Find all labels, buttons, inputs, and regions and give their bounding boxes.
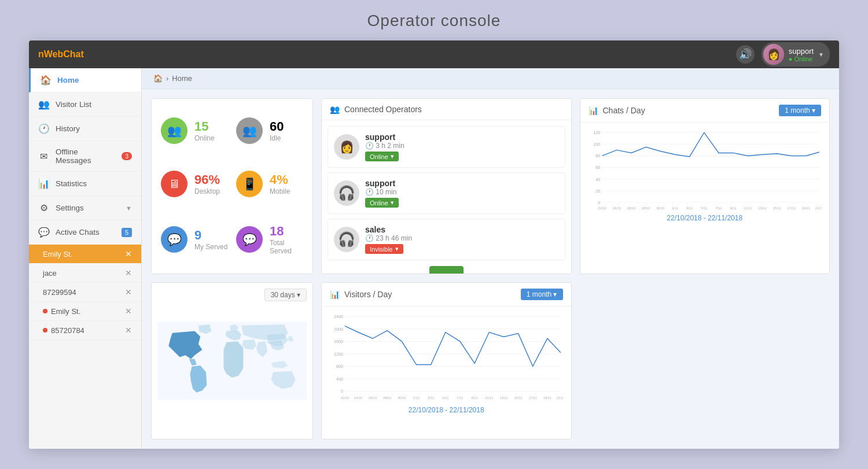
- message-icon: ✉: [38, 151, 50, 162]
- settings-icon: ⚙: [38, 202, 50, 213]
- chats-chart-header: 📊 Chats / Day 1 month ▾: [580, 99, 830, 123]
- sidebar-item-visitor-list[interactable]: 👥 Visitor List: [29, 93, 141, 117]
- chat-item-jace[interactable]: jace ✕: [29, 264, 141, 283]
- chat-label: Emily St.: [43, 250, 72, 258]
- svg-text:22/10: 22/10: [598, 206, 606, 210]
- sidebar-item-statistics[interactable]: 📊 Statistics: [29, 172, 141, 196]
- sidebar: 🏠 Home 👥 Visitor List 🕐 History ✉ Offlin…: [29, 68, 142, 449]
- svg-text:2000: 2000: [334, 327, 343, 332]
- svg-text:5/11: 5/11: [701, 206, 707, 210]
- close-chat-btn[interactable]: ✕: [125, 249, 132, 258]
- svg-text:30/10: 30/10: [656, 206, 664, 210]
- visitor-icon: 👥: [38, 99, 50, 110]
- chat-icon: 💬: [38, 227, 50, 238]
- svg-text:3/11: 3/11: [428, 396, 434, 400]
- breadcrumb-separator: ›: [166, 74, 168, 83]
- svg-text:1200: 1200: [334, 352, 343, 357]
- stat-label-online: Online: [194, 134, 215, 142]
- visitors-chart-filter[interactable]: 1 month ▾: [521, 289, 563, 300]
- map-filter[interactable]: 30 days ▾: [264, 289, 307, 301]
- sidebar-item-offline-messages[interactable]: ✉ Offline Messages 3: [29, 141, 141, 172]
- stat-icon-myserved: 💬: [161, 226, 187, 253]
- page-title: Operator console: [367, 12, 501, 30]
- chat-item-emily-1[interactable]: Emily St. ✕: [29, 245, 141, 264]
- chats-chart-panel: 📊 Chats / Day 1 month ▾ 120 100 80 60 40: [580, 98, 830, 274]
- stat-online: 👥 15 Online: [161, 108, 228, 153]
- chat-item-87299594[interactable]: 87299594 ✕: [29, 283, 141, 302]
- svg-text:22/10: 22/10: [341, 396, 349, 400]
- chat-label: Emily St.: [51, 307, 80, 316]
- svg-text:120: 120: [593, 131, 600, 135]
- visitors-chart-body: 2400 2000 1600 1200 800 400 0: [322, 306, 571, 423]
- chats-chart-filter[interactable]: 1 month ▾: [779, 105, 821, 116]
- stat-value-desktop: 96%: [194, 172, 220, 187]
- home-icon: 🏠: [40, 75, 52, 86]
- sidebar-label-offline: Offline Messages: [56, 147, 116, 165]
- svg-text:17/11: 17/11: [787, 206, 795, 210]
- sidebar-item-home[interactable]: 🏠 Home: [29, 68, 141, 93]
- close-chat-btn[interactable]: ✕: [125, 268, 132, 278]
- sound-icon[interactable]: 🔊: [736, 45, 755, 64]
- user-info[interactable]: 👩 support ● Online ▼: [762, 42, 830, 67]
- operators-panel-body: 👩 support 🕐 3 h 2 min Online ▾ 🎧: [322, 120, 571, 274]
- svg-text:19/11: 19/11: [543, 396, 551, 400]
- operators-title: Connected Operators: [344, 105, 422, 114]
- map-panel: 30 days ▾: [151, 282, 313, 440]
- history-icon: 🕐: [38, 123, 50, 134]
- red-dot: [43, 328, 47, 333]
- stat-value-idle: 60: [270, 119, 284, 134]
- stat-icon-online: 👥: [161, 117, 187, 144]
- op-status-online[interactable]: Online ▾: [365, 152, 399, 161]
- stat-label-desktop: Desktop: [194, 187, 220, 195]
- breadcrumb-current: Home: [172, 74, 192, 83]
- app-logo: nWebChat: [38, 49, 84, 60]
- operators-panel: 👥 Connected Operators 👩 support 🕐 3 h 2 …: [321, 98, 572, 274]
- svg-text:2400: 2400: [334, 315, 343, 319]
- close-chat-btn[interactable]: ✕: [125, 287, 132, 297]
- svg-text:9/11: 9/11: [472, 396, 478, 400]
- svg-text:7/11: 7/11: [457, 396, 463, 400]
- svg-text:24/10: 24/10: [612, 206, 620, 210]
- operator-support-1: 👩 support 🕐 3 h 2 min Online ▾: [328, 126, 565, 168]
- operators-panel-header: 👥 Connected Operators: [322, 99, 571, 120]
- active-chats-badge: 5: [122, 228, 132, 237]
- op-avatar-support1: 👩: [334, 134, 359, 160]
- sidebar-label-settings: Settings: [56, 204, 84, 212]
- op-status-invisible[interactable]: Invisible ▾: [365, 244, 403, 254]
- svg-text:800: 800: [336, 364, 343, 369]
- stat-icon-totalserved: 💬: [236, 226, 263, 253]
- sidebar-item-history[interactable]: 🕐 History: [29, 117, 141, 141]
- user-name: support: [789, 47, 814, 56]
- svg-text:17/11: 17/11: [529, 396, 537, 400]
- offline-badge: 3: [122, 152, 132, 160]
- sidebar-label-home: Home: [57, 76, 79, 84]
- svg-text:28/10: 28/10: [383, 396, 391, 400]
- user-dropdown-arrow[interactable]: ▼: [818, 51, 824, 58]
- stats-grid: 👥 15 Online 👥 60 Idle: [151, 98, 313, 274]
- close-chat-btn[interactable]: ✕: [125, 326, 132, 335]
- active-chats-header[interactable]: 💬 Active Chats 5: [29, 220, 141, 245]
- add-operator-btn[interactable]: +: [429, 266, 464, 274]
- close-chat-btn[interactable]: ✕: [125, 306, 132, 316]
- stat-total-served: 💬 18 Total Served: [236, 215, 303, 264]
- chart-bar-icon: 📊: [589, 106, 598, 115]
- chat-item-emily-2[interactable]: Emily St. ✕: [29, 302, 141, 321]
- sidebar-label-visitor: Visitor List: [56, 100, 91, 109]
- logo-n: n: [38, 49, 44, 59]
- chat-item-85720784[interactable]: 85720784 ✕: [29, 321, 141, 340]
- svg-text:5/11: 5/11: [442, 396, 448, 400]
- stat-icon-mobile: 📱: [236, 171, 263, 197]
- svg-text:19/11: 19/11: [801, 206, 810, 210]
- header-right: 🔊 👩 support ● Online ▼: [736, 42, 830, 67]
- svg-text:26/10: 26/10: [369, 396, 377, 400]
- chat-label: jace: [43, 269, 57, 278]
- world-map-svg: [157, 286, 307, 436]
- svg-text:60: 60: [595, 165, 600, 170]
- svg-text:28/10: 28/10: [641, 206, 649, 210]
- svg-text:11/11: 11/11: [744, 206, 752, 210]
- sidebar-item-settings[interactable]: ⚙ Settings ▼: [29, 196, 141, 220]
- svg-text:9/11: 9/11: [730, 206, 736, 210]
- op-status-online[interactable]: Online ▾: [365, 198, 399, 208]
- svg-text:21/11: 21/11: [815, 206, 821, 210]
- sidebar-label-history: History: [56, 124, 80, 133]
